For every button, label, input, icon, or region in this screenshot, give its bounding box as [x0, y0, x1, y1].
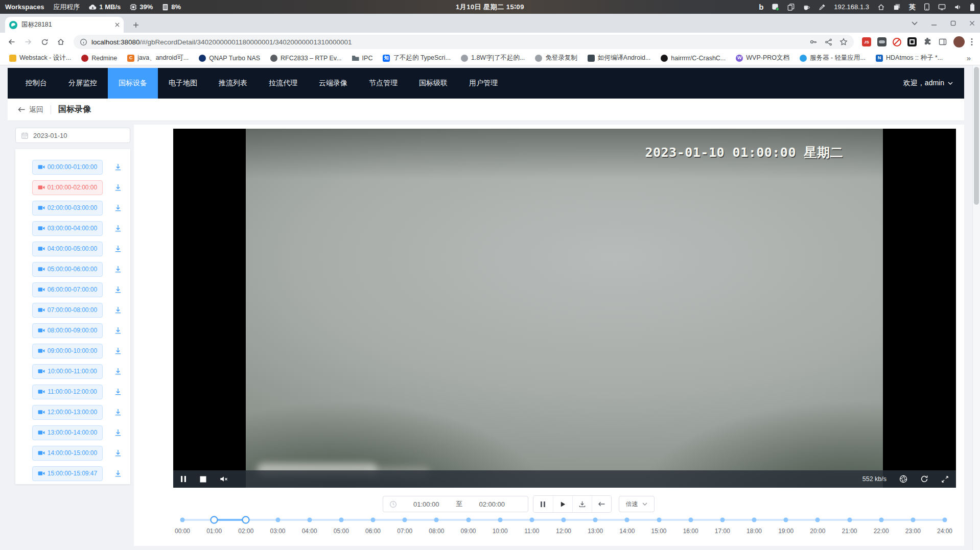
profile-avatar[interactable]	[953, 36, 965, 47]
mute-icon[interactable]	[220, 475, 228, 483]
segment-button[interactable]: 03:00:00-04:00:00	[32, 221, 103, 236]
segment-button[interactable]: 06:00:00-07:00:00	[32, 282, 103, 297]
password-key-icon[interactable]	[809, 38, 818, 46]
browser-menu-icon[interactable]	[971, 38, 973, 46]
playback-speed-dropdown[interactable]: 倍速	[619, 496, 655, 512]
user-menu[interactable]: 欢迎，admin	[903, 79, 964, 88]
window-maximize-button[interactable]	[950, 20, 956, 26]
extensions-puzzle-icon[interactable]	[923, 37, 932, 46]
segment-download-button[interactable]	[114, 163, 122, 171]
applications-menu[interactable]: 应用程序	[53, 3, 80, 12]
segment-download-button[interactable]	[114, 449, 122, 457]
memory-usage-indicator[interactable]: 8%	[162, 3, 181, 11]
bookmark-item[interactable]: hairrrrr/C-CrashC...	[657, 53, 730, 63]
start-time-value[interactable]: 01:00:00	[397, 500, 456, 508]
coffee-cup-tray-icon[interactable]	[803, 4, 810, 11]
bookmark-item[interactable]: 如何编译Android...	[584, 52, 655, 64]
page-scrollbar[interactable]	[972, 65, 980, 550]
segment-download-button[interactable]	[114, 367, 122, 375]
segment-button[interactable]: 08:00:00-09:00:00	[32, 323, 103, 338]
blocker-extension-icon[interactable]	[893, 38, 901, 46]
bookmarks-overflow-chevron[interactable]: »	[963, 54, 975, 62]
tab-search-chevron-icon[interactable]	[912, 21, 918, 26]
site-info-icon[interactable]	[80, 38, 87, 46]
nav-item[interactable]: 拉流代理	[258, 68, 308, 99]
segment-download-button[interactable]	[114, 183, 122, 192]
timeline-slider[interactable]: 00:0001:0002:0003:0004:0005:0006:0007:00…	[182, 519, 945, 549]
segment-download-button[interactable]	[114, 224, 122, 232]
windows-stack-tray-icon[interactable]	[893, 3, 901, 11]
bookmark-item[interactable]: C java、android可...	[123, 52, 193, 64]
screenshot-extension-icon[interactable]	[907, 37, 917, 46]
input-language-indicator[interactable]: 英	[909, 3, 916, 12]
segment-button[interactable]: 12:00:00-13:00:00	[32, 405, 103, 420]
nav-item[interactable]: 推流列表	[208, 68, 258, 99]
segment-download-button[interactable]	[114, 265, 122, 273]
segment-download-button[interactable]	[114, 408, 122, 416]
back-link[interactable]: 返回	[18, 105, 43, 114]
nav-item[interactable]: 分屏监控	[58, 68, 108, 99]
bookmark-item[interactable]: 服务器 - 轻量应用...	[796, 52, 870, 64]
segment-button[interactable]: 07:00:00-08:00:00	[32, 303, 103, 318]
nav-item[interactable]: 电子地图	[158, 68, 208, 99]
nav-item[interactable]: 国标设备	[108, 68, 158, 99]
app-indicator-icon[interactable]	[772, 3, 779, 11]
home-tray-icon[interactable]	[877, 4, 885, 11]
home-button[interactable]	[54, 35, 67, 49]
segment-download-button[interactable]	[114, 306, 122, 314]
bookmark-item[interactable]: W WVP-PRO文档	[732, 52, 794, 64]
segment-download-button[interactable]	[114, 245, 122, 253]
clipboard-tray-icon[interactable]	[787, 3, 795, 11]
browser-tab[interactable]: 国标28181	[5, 17, 124, 33]
stop-button[interactable]	[200, 476, 206, 483]
forward-button[interactable]	[21, 35, 35, 49]
fullscreen-icon[interactable]	[941, 475, 949, 483]
scrollbar-thumb[interactable]	[974, 67, 979, 205]
extension-icon-dark[interactable]	[877, 37, 886, 46]
clock[interactable]: 1月10日 星期二 15∶09	[456, 3, 524, 12]
segment-download-button[interactable]	[114, 428, 122, 437]
bookmark-item[interactable]: 免登录复制	[531, 52, 581, 64]
side-panel-icon[interactable]	[938, 37, 947, 46]
bookmark-item[interactable]: RFC2833 – RTP Ev...	[266, 53, 346, 63]
segment-button[interactable]: 15:00:00-15:09:47	[32, 466, 103, 481]
bookmark-item[interactable]: Redmine	[77, 53, 121, 63]
bookmark-star-icon[interactable]	[839, 38, 848, 46]
bookmark-item[interactable]: IPC	[348, 53, 377, 63]
segment-button[interactable]: 05:00:00-06:00:00	[32, 262, 103, 277]
bookmark-item[interactable]: Webstack - 设计...	[5, 52, 75, 64]
bing-tray-icon[interactable]: b	[759, 3, 763, 11]
segment-download-button[interactable]	[114, 347, 122, 355]
segment-button[interactable]: 10:00:00-11:00:00	[32, 364, 103, 379]
js-extension-icon[interactable]: JS	[862, 37, 871, 46]
network-rate-indicator[interactable]: 1 MB/s	[89, 3, 121, 11]
ip-address[interactable]: 192.168.1.3	[834, 3, 869, 11]
window-minimize-button[interactable]	[931, 20, 937, 27]
tab-close-icon[interactable]	[115, 22, 120, 27]
nav-item[interactable]: 用户管理	[458, 68, 508, 99]
segment-download-button[interactable]	[114, 204, 122, 212]
nav-item[interactable]: 控制台	[15, 68, 58, 99]
nav-item[interactable]: 节点管理	[358, 68, 408, 99]
segment-button[interactable]: 02:00:00-03:00:00	[32, 201, 103, 216]
time-range-input[interactable]: 01:00:00 至 02:00:00	[383, 496, 528, 512]
bookmark-item[interactable]: 1.8W字|了不起的...	[457, 52, 529, 64]
segment-button[interactable]: 09:00:00-10:00:00	[32, 344, 103, 358]
segment-download-button[interactable]	[114, 469, 122, 477]
pause-button[interactable]	[180, 475, 186, 483]
play-button[interactable]	[553, 496, 572, 512]
back-button[interactable]	[5, 35, 18, 49]
nav-item[interactable]: 国标级联	[408, 68, 458, 99]
segment-button[interactable]: 04:00:00-05:00:00	[32, 242, 103, 256]
reload-button[interactable]	[38, 35, 51, 49]
timeline-handle-start[interactable]	[211, 516, 218, 524]
display-tray-icon[interactable]	[938, 4, 946, 11]
video-player[interactable]: 2023-01-10 01:00:00 星期二 552 kb/s	[173, 129, 956, 488]
cpu-usage-indicator[interactable]: 39%	[130, 3, 153, 11]
segment-button[interactable]: 00:00:00-01:00:00	[32, 160, 103, 175]
segment-download-button[interactable]	[114, 285, 122, 294]
bookmark-item[interactable]: QNAP Turbo NAS	[195, 53, 264, 63]
nav-item[interactable]: 云端录像	[308, 68, 358, 99]
end-time-value[interactable]: 02:00:00	[462, 500, 522, 508]
phone-tray-icon[interactable]	[924, 3, 930, 11]
